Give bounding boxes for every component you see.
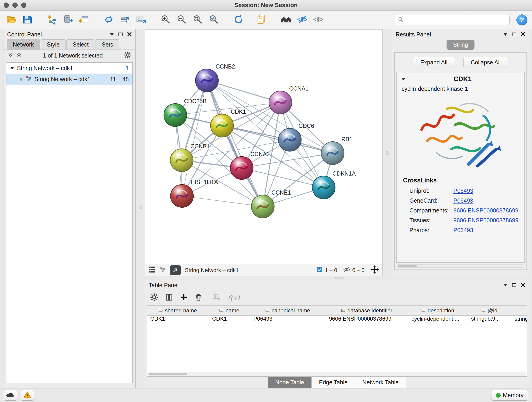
grid-view-icon[interactable] — [149, 266, 155, 274]
control-panel-collapse-icon[interactable] — [110, 33, 114, 36]
results-horizontal-scrollbar[interactable] — [397, 264, 524, 268]
network-canvas[interactable]: CCNB2CCNA1CDC25BCDK1CDC6RB1CCNB1CCNA2CDK… — [145, 29, 383, 264]
table-horizontal-scrollbar[interactable] — [147, 372, 526, 376]
save-session-button[interactable] — [21, 13, 34, 27]
hidden-eye-slash-icon[interactable] — [343, 266, 350, 274]
apply-layout-button[interactable] — [102, 13, 115, 27]
tab-node-table[interactable]: Node Table — [268, 377, 312, 388]
network-graph[interactable]: CCNB2CCNA1CDC25BCDK1CDC6RB1CCNB1CCNA2CDK… — [145, 30, 382, 264]
network-edge-HIST1H1A-CCNE1[interactable] — [182, 196, 263, 206]
show-columns-icon[interactable] — [165, 293, 173, 302]
expand-all-icon[interactable] — [16, 52, 22, 59]
results-panel-float-icon[interactable] — [512, 32, 516, 36]
zoom-fit-button[interactable] — [191, 13, 204, 27]
show-all-button[interactable] — [312, 13, 325, 27]
hide-selected-button[interactable] — [296, 13, 309, 27]
splitter-handle[interactable] — [139, 206, 142, 209]
splitter-handle[interactable] — [335, 277, 343, 279]
warnings-button[interactable] — [21, 390, 34, 401]
control-panel-close-icon[interactable] — [127, 31, 132, 38]
tab-sets[interactable]: Sets — [95, 39, 119, 50]
network-edge-CCNB2-CCNE1[interactable] — [207, 80, 263, 206]
table-cell[interactable]: stringdb:9... — [468, 316, 511, 322]
network-node-CCNA1[interactable]: CCNA1 — [269, 85, 309, 114]
table-panel-collapse-icon[interactable] — [503, 284, 507, 287]
results-tab-string[interactable]: String — [447, 40, 474, 50]
import-network-database-button[interactable] — [61, 13, 75, 27]
table-settings-gear-icon[interactable] — [150, 293, 158, 302]
crosslink-link-tissues[interactable]: 9606.ENSP00000378699 — [453, 217, 519, 223]
column-header-canonical-name[interactable]: canonical name — [250, 306, 326, 315]
left-splitter[interactable] — [136, 29, 145, 388]
column-header-namespace[interactable]: namespace — [511, 306, 527, 315]
open-session-button[interactable] — [5, 13, 18, 27]
network-row[interactable]: String Network – cdk1 11 48 — [6, 74, 133, 85]
selected-checkbox-icon[interactable] — [316, 266, 323, 274]
tab-network[interactable]: Network — [7, 39, 40, 50]
network-node-CCNB2[interactable]: CCNB2 — [196, 63, 235, 92]
column-header-database-identifier[interactable]: database identifier — [326, 306, 408, 315]
maximize-window-button[interactable] — [21, 2, 26, 8]
collapse-all-button[interactable]: Collapse All — [463, 57, 508, 68]
network-collection-row[interactable]: String Network – cdk1 1 — [6, 63, 133, 74]
table-cell[interactable]: cyclin-dependent ... — [408, 316, 468, 322]
network-edge-CDK1-RB1[interactable] — [222, 126, 333, 153]
minimize-window-button[interactable] — [12, 2, 18, 8]
network-from-table-button[interactable] — [118, 13, 132, 27]
table-cell[interactable]: CDK1 — [147, 316, 209, 322]
pan-crosshair-icon[interactable] — [370, 265, 379, 275]
open-in-browser-button[interactable] — [170, 265, 181, 275]
column-header--id[interactable]: @id — [468, 306, 511, 315]
network-edge-CCNA2-CDKN1A[interactable] — [242, 168, 324, 187]
expand-all-button[interactable]: Expand All — [413, 57, 455, 68]
tab-select[interactable]: Select — [66, 39, 95, 50]
column-header-name[interactable]: name — [209, 306, 250, 315]
tab-style[interactable]: Style — [41, 39, 66, 50]
network-node-RB1[interactable]: RB1 — [321, 136, 353, 165]
crosslink-link-genecard[interactable]: P06493 — [453, 197, 473, 204]
table-cell[interactable]: stringdb — [511, 316, 527, 322]
splitter-handle[interactable] — [386, 151, 389, 155]
protein-collapse-icon[interactable] — [401, 78, 405, 80]
collapse-all-icon[interactable] — [7, 52, 13, 59]
zoom-out-button[interactable] — [175, 13, 188, 27]
tab-network-table[interactable]: Network Table — [355, 377, 406, 388]
refresh-button[interactable] — [232, 13, 245, 27]
import-network-file-button[interactable] — [45, 13, 59, 27]
memory-button[interactable]: Memory — [491, 390, 528, 401]
table-panel-float-icon[interactable] — [512, 283, 516, 287]
crosslink-link-pharos[interactable]: P06493 — [453, 227, 473, 233]
gear-icon[interactable] — [124, 51, 131, 60]
home-button[interactable] — [279, 13, 293, 27]
crosslink-link-uniprot[interactable]: P06493 — [453, 187, 473, 194]
network-node-CDK1[interactable]: CDK1 — [210, 108, 246, 137]
help-button[interactable]: ? — [516, 14, 527, 26]
network-node-HIST1H1A[interactable]: HIST1H1A — [171, 179, 218, 207]
column-header-shared-name[interactable]: shared name — [147, 306, 209, 315]
copy-button[interactable] — [255, 13, 268, 27]
results-panel-collapse-icon[interactable] — [503, 33, 507, 36]
crosslink-link-compartments[interactable]: 9606.ENSP00000378699 — [453, 207, 519, 214]
table-panel-close-icon[interactable] — [521, 282, 525, 288]
zoom-in-button[interactable] — [159, 13, 172, 27]
column-header-description[interactable]: description — [408, 306, 468, 315]
close-window-button[interactable] — [4, 2, 9, 8]
share-network-icon[interactable] — [159, 266, 166, 274]
export-image-button[interactable] — [134, 13, 147, 27]
tree-caret-icon[interactable] — [10, 67, 14, 70]
zoom-selected-button[interactable] — [207, 13, 220, 27]
horizontal-splitter[interactable] — [145, 276, 532, 280]
table-cell[interactable]: CDK1 — [209, 316, 250, 322]
network-node-CDKN1A[interactable]: CDKN1A — [312, 170, 356, 199]
table-cell[interactable]: P06493 — [250, 316, 326, 322]
delete-column-trash-icon[interactable] — [195, 293, 202, 302]
search-input[interactable] — [406, 17, 507, 23]
tab-edge-table[interactable]: Edge Table — [311, 377, 355, 388]
cloud-status-button[interactable] — [4, 390, 17, 401]
results-panel-close-icon[interactable] — [521, 31, 525, 38]
table-cell[interactable]: 9606.ENSP00000378699 — [326, 316, 408, 322]
import-table-file-button[interactable] — [77, 13, 91, 27]
control-panel-float-icon[interactable] — [119, 32, 123, 36]
right-splitter[interactable] — [383, 29, 392, 276]
add-column-icon[interactable] — [180, 293, 188, 302]
